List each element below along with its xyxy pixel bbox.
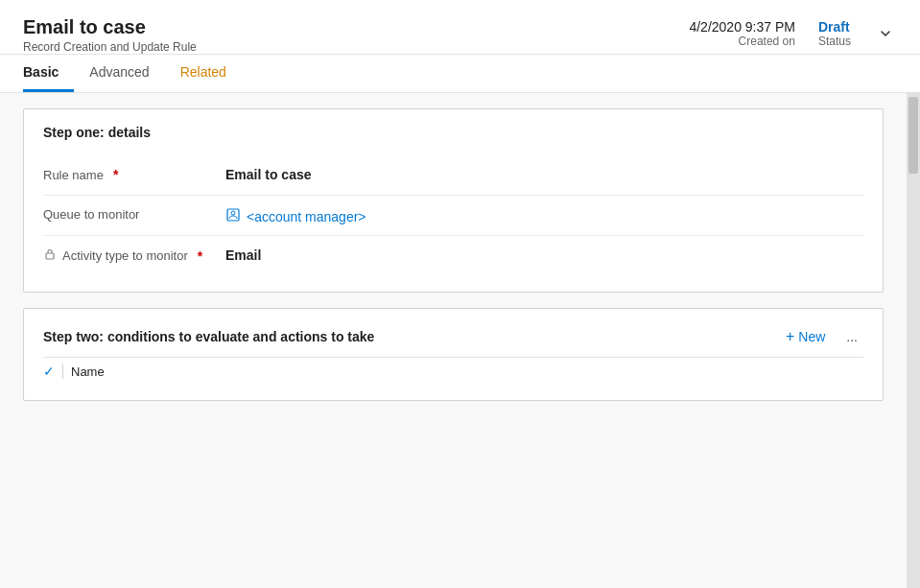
created-on-meta: 4/2/2020 9:37 PM Created on xyxy=(689,19,795,48)
new-button-label: New xyxy=(798,329,825,344)
status-meta: Draft Status xyxy=(818,19,851,48)
header-left: Email to case Record Creation and Update… xyxy=(23,15,197,54)
tab-basic[interactable]: Basic xyxy=(23,55,74,92)
plus-icon: + xyxy=(786,328,794,345)
status-label: Status xyxy=(818,35,851,48)
svg-point-1 xyxy=(231,211,235,215)
step-two-title: Step two: conditions to evaluate and act… xyxy=(43,329,374,344)
rule-name-value: Email to case xyxy=(225,165,863,182)
queue-monitor-value[interactable]: <account manager> xyxy=(225,205,863,225)
column-separator xyxy=(62,364,63,379)
more-options-button[interactable]: ... xyxy=(840,325,863,348)
table-header-row: ✓ Name xyxy=(43,357,863,385)
svg-rect-2 xyxy=(46,253,54,259)
activity-type-label: Activity type to monitor * xyxy=(43,246,225,264)
created-on-label: Created on xyxy=(739,35,795,48)
rule-name-label: Rule name * xyxy=(43,165,225,182)
header: Email to case Record Creation and Update… xyxy=(0,0,920,55)
step-two-actions: + New ... xyxy=(778,324,863,349)
person-icon xyxy=(225,207,241,223)
required-indicator: * xyxy=(113,167,118,182)
activity-type-row: Activity type to monitor * Email xyxy=(43,236,863,276)
step-one-title: Step one: details xyxy=(43,125,863,140)
required-indicator-2: * xyxy=(198,248,202,264)
content-area: Step one: details Rule name * Email to c… xyxy=(0,93,920,588)
tab-related[interactable]: Related xyxy=(180,55,242,92)
header-right: 4/2/2020 9:37 PM Created on Draft Status xyxy=(689,15,897,48)
record-type-label: Record Creation and Update Rule xyxy=(23,40,197,54)
name-column-header: Name xyxy=(71,365,105,379)
created-on-value: 4/2/2020 9:37 PM xyxy=(689,19,795,35)
activity-type-value: Email xyxy=(225,246,863,263)
page-wrapper: Email to case Record Creation and Update… xyxy=(0,0,920,588)
queue-monitor-label: Queue to monitor xyxy=(43,205,225,222)
chevron-down-icon xyxy=(878,26,893,41)
scrollbar[interactable] xyxy=(907,93,920,588)
ellipsis-icon: ... xyxy=(846,329,858,344)
queue-monitor-link-text[interactable]: <account manager> xyxy=(247,209,366,224)
status-value: Draft xyxy=(818,19,850,35)
scrollbar-thumb[interactable] xyxy=(908,97,918,174)
step-two-card: Step two: conditions to evaluate and act… xyxy=(23,308,884,401)
queue-monitor-row: Queue to monitor <account manager> xyxy=(43,196,863,236)
lock-icon xyxy=(43,247,57,264)
rule-name-row: Rule name * Email to case xyxy=(43,155,863,196)
queue-icon xyxy=(225,207,241,225)
step-two-header: Step two: conditions to evaluate and act… xyxy=(43,324,863,349)
new-button[interactable]: + New xyxy=(778,324,833,349)
tabs-bar: Basic Advanced Related xyxy=(0,55,920,93)
tab-advanced[interactable]: Advanced xyxy=(89,55,164,92)
page-title: Email to case xyxy=(23,15,197,38)
main-content: Step one: details Rule name * Email to c… xyxy=(0,93,907,588)
step-one-card: Step one: details Rule name * Email to c… xyxy=(23,108,884,293)
chevron-down-button[interactable] xyxy=(874,22,897,45)
check-icon: ✓ xyxy=(43,364,55,379)
